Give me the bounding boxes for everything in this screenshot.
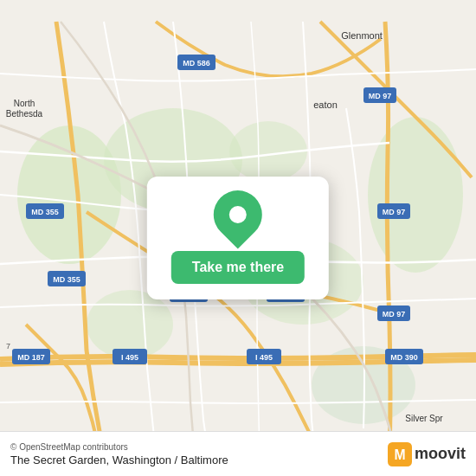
- svg-text:I 495: I 495: [121, 353, 138, 362]
- svg-text:MD 187: MD 187: [17, 353, 45, 362]
- svg-text:Silver Spr: Silver Spr: [405, 414, 443, 423]
- bottom-left: © OpenStreetMap contributors The Secret …: [10, 442, 228, 466]
- svg-text:MD 97: MD 97: [383, 208, 406, 216]
- svg-text:MD 355: MD 355: [53, 275, 80, 284]
- map-pin-icon: [203, 180, 272, 248]
- svg-text:Bethesda: Bethesda: [6, 109, 43, 119]
- svg-text:MD 355: MD 355: [31, 208, 59, 216]
- location-name: The Secret Garden, Washington / Baltimor…: [10, 453, 228, 466]
- moovit-text: moovit: [415, 445, 466, 463]
- bottom-bar: © OpenStreetMap contributors The Secret …: [0, 431, 476, 476]
- svg-text:Glenmont: Glenmont: [341, 30, 383, 41]
- svg-text:MD 97: MD 97: [369, 92, 392, 100]
- svg-text:MD 586: MD 586: [183, 59, 210, 68]
- take-me-there-button[interactable]: Take me there: [171, 251, 305, 284]
- svg-text:M: M: [394, 447, 405, 462]
- svg-point-3: [368, 117, 463, 273]
- moovit-logo: M moovit: [388, 442, 466, 466]
- svg-text:North: North: [14, 99, 35, 108]
- pin-inner: [229, 206, 247, 223]
- svg-text:MD 97: MD 97: [383, 310, 406, 318]
- svg-text:I 495: I 495: [255, 353, 273, 362]
- svg-text:7: 7: [6, 342, 10, 351]
- svg-text:eaton: eaton: [313, 100, 338, 110]
- svg-point-0: [17, 125, 121, 264]
- map-container: MD 586 MD 97 MD 97 MD 97 MD 355 MD 355 M…: [0, 0, 476, 476]
- take-me-there-card: Take me there: [147, 177, 329, 299]
- svg-text:MD 390: MD 390: [390, 353, 418, 362]
- moovit-icon: M: [388, 442, 412, 466]
- map-attribution: © OpenStreetMap contributors: [10, 442, 228, 452]
